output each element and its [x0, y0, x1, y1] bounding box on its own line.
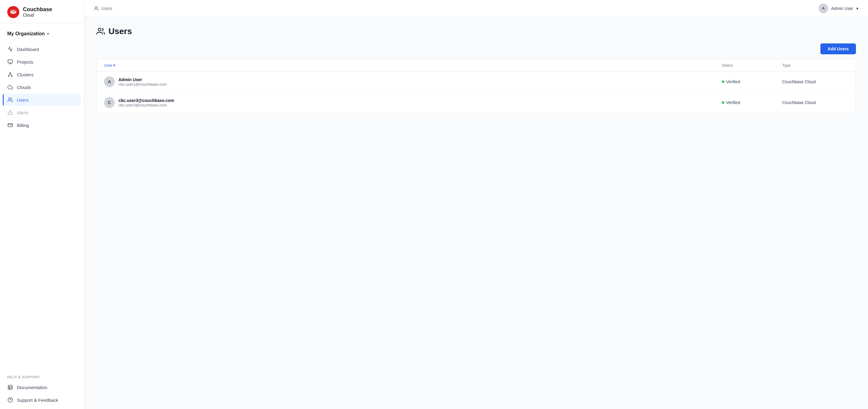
add-users-button[interactable]: Add Users — [820, 43, 856, 54]
status-dot-1 — [722, 81, 724, 83]
status-dot-2 — [722, 101, 724, 104]
users-breadcrumb-icon — [94, 6, 99, 11]
sidebar-item-alerts-label: Alerts — [17, 110, 28, 115]
type-cell-1: Couchbase Cloud — [782, 79, 848, 84]
status-text-1: Verified — [726, 79, 740, 84]
org-section: My Organization ▾ — [0, 23, 84, 41]
clusters-icon — [7, 71, 13, 78]
clouds-icon — [7, 84, 13, 90]
sidebar-item-documentation-label: Documentation — [17, 385, 47, 390]
logo-sub: Cloud — [23, 13, 52, 18]
sidebar-item-support[interactable]: Support & Feedback — [4, 394, 81, 406]
breadcrumb: Users — [94, 6, 113, 11]
sidebar-item-alerts: Alerts — [4, 107, 81, 119]
user-menu[interactable]: A Admin User ▾ — [818, 4, 858, 13]
user-email-2: cbc.user3@couchbase.com — [119, 103, 174, 107]
column-type-label: Type — [782, 63, 790, 67]
status-cell-2: Verified — [722, 100, 782, 105]
svg-point-23 — [98, 28, 101, 31]
sidebar-item-documentation[interactable]: Documentation — [4, 381, 81, 393]
users-icon — [7, 97, 13, 103]
org-label: My Organization — [7, 31, 44, 36]
users-table: User ▾ Status Type A Admin User cbc.user… — [96, 59, 856, 113]
alerts-icon — [7, 110, 13, 116]
topbar: Users A Admin User ▾ — [84, 0, 868, 17]
sidebar-item-projects-label: Projects — [17, 59, 33, 64]
svg-point-11 — [9, 98, 10, 99]
svg-rect-16 — [8, 385, 12, 389]
support-icon — [7, 397, 13, 403]
svg-rect-14 — [8, 124, 13, 127]
sidebar-item-dashboard[interactable]: Dashboard — [4, 43, 81, 55]
content-area: Users Add Users User ▾ Status Type — [84, 17, 868, 409]
page-title: Users — [108, 27, 132, 36]
sidebar-item-clouds-label: Clouds — [17, 85, 31, 90]
column-user[interactable]: User ▾ — [104, 63, 722, 67]
svg-point-7 — [8, 76, 9, 77]
user-name-1: Admin User — [119, 77, 167, 82]
table-header: User ▾ Status Type — [97, 59, 856, 71]
avatar-1: A — [104, 76, 115, 87]
logo-text: Couchbase Cloud — [23, 6, 52, 18]
svg-line-10 — [10, 73, 12, 76]
user-name-2: cbc.user3@couchbase.com — [119, 98, 174, 103]
column-user-label: User — [104, 63, 112, 67]
nav-section: Dashboard Projects Clusters — [0, 41, 84, 370]
avatar: A — [818, 4, 828, 13]
sidebar-item-dashboard-label: Dashboard — [17, 47, 39, 52]
sidebar-logo: CB Couchbase Cloud — [0, 0, 84, 23]
breadcrumb-text: Users — [101, 6, 113, 11]
sidebar-item-support-label: Support & Feedback — [17, 398, 58, 403]
svg-point-6 — [10, 72, 11, 73]
svg-text:CB: CB — [11, 10, 16, 13]
svg-rect-3 — [8, 60, 13, 63]
sidebar-item-clusters-label: Clusters — [17, 72, 33, 77]
table-row[interactable]: C cbc.user3@couchbase.com cbc.user3@couc… — [97, 92, 856, 113]
logo-brand: Couchbase — [23, 6, 52, 13]
sidebar-item-users-label: Users — [17, 97, 29, 103]
org-chevron-icon: ▾ — [47, 32, 49, 36]
logo-icon: CB — [7, 6, 19, 18]
type-cell-2: Couchbase Cloud — [782, 100, 848, 105]
user-email-1: cbc.user1@couchbase.com — [119, 82, 167, 87]
column-status: Status — [722, 63, 782, 67]
sidebar: CB Couchbase Cloud My Organization ▾ Das… — [0, 0, 84, 409]
chart-icon — [7, 46, 13, 52]
column-type: Type — [782, 63, 848, 67]
billing-icon — [7, 122, 13, 128]
svg-point-8 — [11, 76, 12, 77]
avatar-2: C — [104, 97, 115, 108]
page-header: Users — [96, 27, 856, 36]
user-info-2: cbc.user3@couchbase.com cbc.user3@couchb… — [119, 98, 174, 107]
projects-icon — [7, 59, 13, 65]
main-area: Users A Admin User ▾ Users Add Users — [84, 0, 868, 409]
sort-icon: ▾ — [113, 63, 116, 67]
table-row[interactable]: A Admin User cbc.user1@couchbase.com Ver… — [97, 71, 856, 92]
svg-line-9 — [9, 73, 10, 76]
sidebar-item-clusters[interactable]: Clusters — [4, 68, 81, 81]
doc-icon — [7, 384, 13, 390]
user-menu-chevron-icon: ▾ — [856, 6, 858, 11]
sidebar-item-billing[interactable]: Billing — [4, 119, 81, 131]
status-text-2: Verified — [726, 100, 740, 105]
svg-point-22 — [95, 7, 96, 8]
status-cell-1: Verified — [722, 79, 782, 84]
user-name: Admin User — [831, 6, 853, 11]
user-info-1: Admin User cbc.user1@couchbase.com — [119, 77, 167, 87]
sidebar-item-users[interactable]: Users — [3, 94, 81, 106]
help-support-label: HELP & SUPPORT — [0, 370, 84, 381]
sidebar-item-projects[interactable]: Projects — [4, 56, 81, 68]
user-cell-2: C cbc.user3@couchbase.com cbc.user3@couc… — [104, 97, 722, 108]
user-cell-1: A Admin User cbc.user1@couchbase.com — [104, 76, 722, 87]
column-status-label: Status — [722, 63, 733, 67]
help-nav: Documentation Support & Feedback — [0, 381, 84, 409]
sidebar-item-clouds[interactable]: Clouds — [4, 81, 81, 93]
page-header-icon — [96, 27, 105, 36]
sidebar-item-billing-label: Billing — [17, 123, 29, 128]
org-button[interactable]: My Organization ▾ — [7, 29, 77, 38]
action-bar: Add Users — [96, 43, 856, 54]
help-support-section: HELP & SUPPORT Documentation — [0, 370, 84, 409]
